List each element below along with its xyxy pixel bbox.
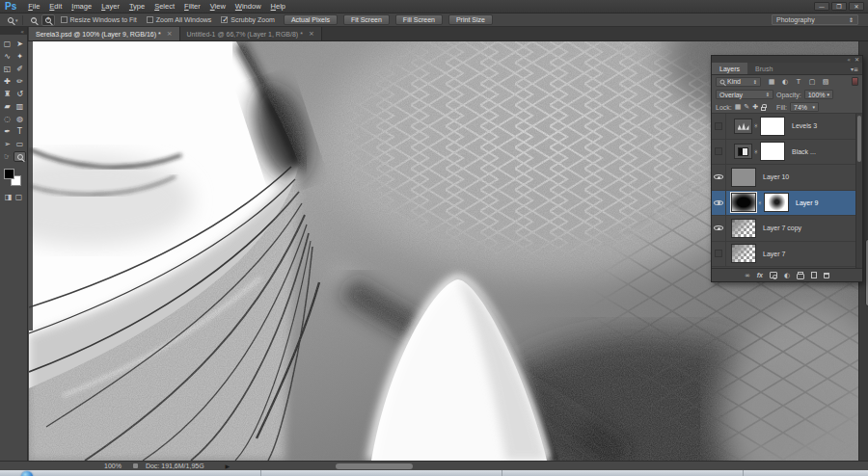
- menu-item-view[interactable]: View: [205, 2, 231, 11]
- close-tab-icon[interactable]: ×: [309, 30, 314, 38]
- link-layers-icon[interactable]: ∞: [745, 272, 750, 279]
- restore-button[interactable]: ❐: [831, 2, 847, 11]
- foreground-color-swatch[interactable]: [4, 169, 14, 179]
- option-resize-windows-to-fit[interactable]: Resize Windows to Fit: [61, 16, 137, 23]
- visibility-toggle[interactable]: [712, 191, 726, 216]
- zoom-in-button[interactable]: +: [41, 14, 55, 26]
- checkbox-scrubby-zoom[interactable]: [221, 16, 228, 23]
- layer-thumbnail[interactable]: [731, 219, 756, 238]
- layer-row-layer-10[interactable]: Layer 10: [712, 165, 862, 191]
- path-selection-tool[interactable]: ➢: [1, 139, 14, 149]
- blur-tool[interactable]: ◌: [1, 114, 14, 124]
- new-group-icon[interactable]: [797, 272, 804, 279]
- lock-pixels-icon[interactable]: ✎: [744, 103, 749, 111]
- move-tool[interactable]: ➤: [14, 39, 26, 49]
- adjustment-filter-icon[interactable]: ◐: [780, 78, 790, 86]
- panel-tab-layers[interactable]: Layers: [712, 63, 747, 74]
- shape-filter-icon[interactable]: ▢: [807, 78, 817, 86]
- opacity-field[interactable]: 100% ▾: [804, 90, 833, 99]
- menu-item-filter[interactable]: Filter: [179, 2, 205, 11]
- hand-tool[interactable]: ☞: [1, 151, 14, 162]
- close-panel-icon[interactable]: ✕: [854, 57, 859, 63]
- dodge-tool[interactable]: ◍: [14, 114, 26, 124]
- add-layer-mask-icon[interactable]: [770, 272, 777, 278]
- screen-mode-button[interactable]: ▢: [15, 193, 23, 201]
- delete-layer-icon[interactable]: [824, 273, 829, 278]
- menu-item-layer[interactable]: Layer: [96, 2, 124, 11]
- layer-row-layer-9[interactable]: ∞Layer 9: [712, 191, 862, 217]
- blend-mode-dropdown[interactable]: Overlay ⇕: [716, 90, 773, 99]
- layer-row-layer-7-copy[interactable]: Layer 7 copy: [712, 216, 862, 242]
- type-tool[interactable]: T: [14, 126, 26, 137]
- new-layer-icon[interactable]: [811, 272, 817, 278]
- lock-position-icon[interactable]: ✚: [752, 103, 758, 111]
- workspace-switcher[interactable]: Photography ⇕: [772, 14, 858, 25]
- option-scrubby-zoom[interactable]: Scrubby Zoom: [221, 16, 275, 23]
- menu-item-type[interactable]: Type: [124, 2, 149, 11]
- panel-scrollbar[interactable]: [855, 114, 862, 268]
- menu-item-select[interactable]: Select: [149, 2, 179, 11]
- clone-stamp-tool[interactable]: ♜: [1, 89, 14, 99]
- pixel-filter-icon[interactable]: ▦: [767, 78, 776, 86]
- layer-mask-thumbnail[interactable]: [764, 193, 789, 212]
- layer-row-black[interactable]: ∞Black ...: [712, 140, 862, 166]
- panel-drag-bar[interactable]: « ✕: [712, 56, 862, 63]
- option-zoom-all-windows[interactable]: Zoom All Windows: [147, 16, 212, 23]
- panel-menu-icon[interactable]: ▾≡: [851, 63, 862, 74]
- healing-brush-tool[interactable]: ✚: [1, 76, 14, 87]
- layer-style-icon[interactable]: fx: [757, 272, 763, 278]
- history-brush-tool[interactable]: ↺: [14, 89, 26, 99]
- fill-screen-button[interactable]: Fill Screen: [395, 14, 443, 25]
- document-tab-active[interactable]: Sereia3.psd @ 100% (Layer 9, RGB/16) *×: [29, 27, 180, 40]
- lasso-tool[interactable]: ∿: [1, 51, 14, 62]
- fit-screen-button[interactable]: Fit Screen: [343, 14, 390, 25]
- filter-toggle-switch[interactable]: [852, 77, 858, 86]
- menu-item-window[interactable]: Window: [231, 2, 266, 11]
- layer-thumbnail[interactable]: [731, 244, 756, 263]
- type-filter-icon[interactable]: T: [794, 78, 803, 86]
- rectangular-marquee-tool[interactable]: ▢: [1, 39, 14, 49]
- quick-mask-button[interactable]: ◨: [5, 193, 13, 201]
- menu-item-help[interactable]: Help: [266, 2, 290, 11]
- layer-thumbnail[interactable]: [734, 144, 752, 159]
- layer-thumbnail[interactable]: [734, 119, 752, 134]
- minimize-button[interactable]: —: [814, 2, 829, 11]
- zoom-out-button[interactable]: −: [27, 14, 41, 26]
- new-adjustment-layer-icon[interactable]: ◐: [784, 272, 790, 279]
- dock-collapse-bar[interactable]: «: [0, 27, 27, 35]
- crop-tool[interactable]: ◱: [1, 64, 14, 74]
- layer-row-layer-7[interactable]: Layer 7: [712, 242, 862, 268]
- smartobject-filter-icon[interactable]: ▧: [821, 78, 830, 86]
- close-button[interactable]: ✕: [849, 2, 864, 11]
- layer-row-levels-3[interactable]: ∞Levels 3: [712, 114, 862, 140]
- actual-pixels-button[interactable]: Actual Pixels: [284, 14, 338, 25]
- layer-filter-kind-dropdown[interactable]: Kind ⇕: [716, 77, 761, 87]
- pen-tool[interactable]: ✒: [1, 126, 14, 137]
- close-tab-icon[interactable]: ×: [167, 30, 173, 38]
- visibility-toggle[interactable]: [712, 140, 726, 165]
- windows-start-orb[interactable]: [21, 471, 33, 476]
- status-menu-arrow-icon[interactable]: ▶: [226, 463, 231, 469]
- visibility-toggle[interactable]: [712, 242, 726, 267]
- layer-mask-thumbnail[interactable]: [760, 117, 785, 136]
- eraser-tool[interactable]: ▰: [1, 101, 14, 112]
- menu-item-file[interactable]: File: [23, 2, 44, 11]
- print-size-button[interactable]: Print Size: [448, 14, 493, 25]
- horizontal-scroll-thumb[interactable]: [336, 463, 413, 469]
- quick-selection-tool[interactable]: ✦: [14, 51, 26, 62]
- visibility-toggle[interactable]: [712, 165, 726, 190]
- checkbox-resize-windows-to-fit[interactable]: [61, 16, 68, 23]
- checkbox-zoom-all-windows[interactable]: [147, 16, 153, 23]
- visibility-toggle[interactable]: [712, 216, 726, 241]
- visibility-toggle[interactable]: [712, 114, 726, 139]
- zoom-level-field[interactable]: 100%: [104, 463, 122, 469]
- gradient-tool[interactable]: ▥: [14, 101, 26, 112]
- menu-item-edit[interactable]: Edit: [44, 2, 67, 11]
- lock-transparency-icon[interactable]: ▦: [735, 103, 742, 111]
- menu-item-image[interactable]: Image: [67, 2, 96, 11]
- panel-tab-brush[interactable]: Brush: [747, 63, 780, 74]
- layer-mask-thumbnail[interactable]: [760, 142, 785, 161]
- shape-tool[interactable]: ▭: [14, 139, 26, 149]
- lock-all-icon[interactable]: [761, 107, 766, 111]
- layer-thumbnail[interactable]: [731, 193, 756, 212]
